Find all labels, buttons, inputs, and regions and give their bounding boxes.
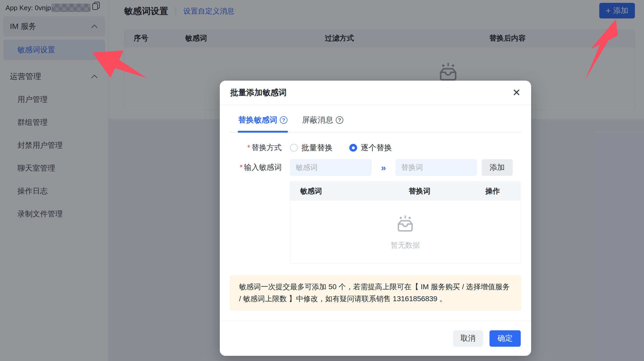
close-button[interactable]: ✕ <box>510 86 523 99</box>
add-word-button[interactable]: 添加 <box>482 159 513 176</box>
replace-mode-label: *替换方式 <box>230 143 282 153</box>
radio-circle-icon <box>290 144 298 152</box>
radio-batch-replace[interactable]: 批量替换 <box>290 143 333 153</box>
close-icon: ✕ <box>512 87 521 98</box>
column-header-sensitive-word: 敏感词 <box>290 186 371 196</box>
modal-tabs: 替换敏感词 ? 屏蔽消息 ? <box>230 105 521 133</box>
replacement-word-input[interactable] <box>395 159 477 176</box>
column-header-actions: 操作 <box>468 186 520 196</box>
word-input-label: *输入敏感词 <box>230 162 282 173</box>
replace-mode-radio-group: 批量替换 逐个替换 <box>290 143 392 153</box>
modal-title: 批量添加敏感词 <box>230 87 287 98</box>
modal-footer: 取消 确定 <box>220 321 531 356</box>
tab-label: 替换敏感词 <box>238 115 277 125</box>
radio-label: 逐个替换 <box>361 143 392 153</box>
modal-header: 批量添加敏感词 ✕ <box>220 81 531 105</box>
word-pairs-header-row: 敏感词 替换词 操作 <box>290 182 520 201</box>
empty-text: 暂无数据 <box>391 240 420 250</box>
help-icon[interactable]: ? <box>280 116 287 124</box>
confirm-button[interactable]: 确定 <box>490 330 521 347</box>
word-input-row: *输入敏感词 » 添加 <box>230 159 521 176</box>
tab-block-message[interactable]: 屏蔽消息 ? <box>302 115 343 132</box>
batch-add-modal: 批量添加敏感词 ✕ 替换敏感词 ? 屏蔽消息 ? *替换方式 批量替换 <box>220 81 531 356</box>
radio-circle-icon <box>349 144 357 152</box>
empty-box-icon <box>394 214 416 236</box>
empty-state: 暂无数据 <box>290 201 520 263</box>
notice-box: 敏感词一次提交最多可添加 50 个，若需提高上限可在【 IM 服务购买 / 选择… <box>230 275 521 311</box>
radio-label: 批量替换 <box>301 143 333 153</box>
sensitive-word-input[interactable] <box>290 159 372 176</box>
double-arrow-icon: » <box>381 163 386 173</box>
required-asterisk: * <box>240 163 243 171</box>
required-asterisk: * <box>247 143 250 152</box>
replace-mode-row: *替换方式 批量替换 逐个替换 <box>230 140 521 156</box>
word-pairs-table: 敏感词 替换词 操作 暂无数据 <box>290 181 520 263</box>
column-header-replacement-word: 替换词 <box>371 186 468 196</box>
modal-body: *替换方式 批量替换 逐个替换 *输入敏感词 » 添加 <box>220 140 531 311</box>
cancel-button[interactable]: 取消 <box>453 330 483 347</box>
help-icon[interactable]: ? <box>336 116 343 124</box>
tab-label: 屏蔽消息 <box>302 115 333 125</box>
app-root: App Key: 0vnjp IM 服务 敏感词设置 运营管理 用户管理 <box>0 0 644 361</box>
tab-replace-sensitive-words[interactable]: 替换敏感词 ? <box>238 115 287 132</box>
radio-one-by-one-replace[interactable]: 逐个替换 <box>349 143 392 153</box>
